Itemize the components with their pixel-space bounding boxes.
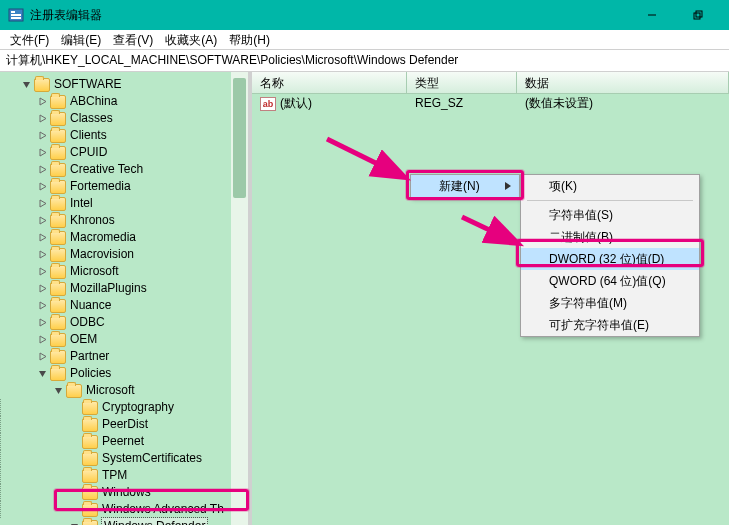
tree-item[interactable]: PeerDist — [6, 416, 248, 433]
chevron-right-icon[interactable] — [36, 96, 48, 108]
tree-item[interactable]: Fortemedia — [6, 178, 248, 195]
tree-item[interactable]: Clients — [6, 127, 248, 144]
context-submenu[interactable]: 项(K)字符串值(S)二进制值(B)DWORD (32 位)值(D)QWORD … — [520, 174, 700, 337]
address-path: 计算机\HKEY_LOCAL_MACHINE\SOFTWARE\Policies… — [6, 52, 458, 69]
list-row[interactable]: ab(默认) REG_SZ (数值未设置) — [252, 94, 729, 112]
tree-item-microsoft[interactable]: Microsoft — [6, 382, 248, 399]
value-name: (默认) — [280, 96, 312, 110]
menu-item[interactable]: 二进制值(B) — [521, 226, 699, 248]
tree-scrollbar[interactable] — [231, 72, 248, 525]
tree-item-windows-defender[interactable]: Windows Defender — [6, 518, 248, 525]
folder-icon — [50, 316, 66, 330]
tree-item[interactable]: Windows — [6, 484, 248, 501]
tree-item[interactable]: Creative Tech — [6, 161, 248, 178]
chevron-right-icon[interactable] — [36, 164, 48, 176]
chevron-right-icon[interactable] — [36, 215, 48, 227]
folder-icon — [50, 231, 66, 245]
chevron-down-icon[interactable] — [52, 385, 64, 397]
tree-label: Partner — [70, 348, 109, 365]
spacer — [68, 402, 80, 414]
menu-item-new[interactable]: 新建(N) — [411, 175, 519, 197]
chevron-down-icon[interactable] — [36, 368, 48, 380]
col-type[interactable]: 类型 — [407, 72, 517, 93]
menu-item[interactable]: 项(K) — [521, 175, 699, 197]
tree-item[interactable]: Classes — [6, 110, 248, 127]
list-body[interactable]: ab(默认) REG_SZ (数值未设置) — [252, 94, 729, 112]
menu-view[interactable]: 查看(V) — [107, 30, 159, 50]
folder-icon — [50, 146, 66, 160]
context-menu[interactable]: 新建(N) — [410, 174, 520, 198]
tree-item[interactable]: Microsoft — [6, 263, 248, 280]
spacer — [68, 504, 80, 516]
tree-label: Policies — [70, 365, 111, 382]
chevron-down-icon[interactable] — [68, 521, 80, 526]
chevron-right-icon[interactable] — [36, 249, 48, 261]
tree-item[interactable]: Intel — [6, 195, 248, 212]
cell-name: ab(默认) — [252, 94, 407, 112]
chevron-right-icon[interactable] — [36, 351, 48, 363]
tree-label: ODBC — [70, 314, 105, 331]
list-header: 名称 类型 数据 — [252, 72, 729, 94]
address-bar[interactable]: 计算机\HKEY_LOCAL_MACHINE\SOFTWARE\Policies… — [0, 50, 729, 72]
spacer — [68, 436, 80, 448]
chevron-right-icon[interactable] — [36, 300, 48, 312]
chevron-right-icon[interactable] — [36, 181, 48, 193]
chevron-right-icon[interactable] — [36, 232, 48, 244]
tree-item[interactable]: OEM — [6, 331, 248, 348]
spacer — [68, 470, 80, 482]
menu-item-label: 二进制值(B) — [549, 229, 613, 246]
chevron-down-icon[interactable] — [20, 79, 32, 91]
tree-item[interactable]: ODBC — [6, 314, 248, 331]
string-value-icon: ab — [260, 97, 276, 111]
chevron-right-icon[interactable] — [36, 198, 48, 210]
tree-item-software[interactable]: SOFTWARE — [6, 76, 248, 93]
folder-icon — [50, 265, 66, 279]
folder-icon — [82, 418, 98, 432]
folder-icon — [50, 214, 66, 228]
tree-label: SystemCertificates — [102, 450, 202, 467]
menu-favorites[interactable]: 收藏夹(A) — [159, 30, 223, 50]
tree-label: Creative Tech — [70, 161, 143, 178]
chevron-right-icon[interactable] — [36, 266, 48, 278]
tree-item[interactable]: TPM — [6, 467, 248, 484]
chevron-right-icon[interactable] — [36, 317, 48, 329]
menu-file[interactable]: 文件(F) — [4, 30, 55, 50]
tree-item[interactable]: Khronos — [6, 212, 248, 229]
registry-tree[interactable]: SOFTWARE ABChinaClassesClientsCPUIDCreat… — [0, 72, 248, 525]
menu-item[interactable]: 多字符串值(M) — [521, 292, 699, 314]
menu-item[interactable]: QWORD (64 位)值(Q) — [521, 270, 699, 292]
tree-item[interactable]: Cryptography — [6, 399, 248, 416]
minimize-button[interactable] — [629, 0, 675, 30]
tree-label: Peernet — [102, 433, 144, 450]
chevron-right-icon[interactable] — [36, 334, 48, 346]
menu-item[interactable]: 字符串值(S) — [521, 204, 699, 226]
tree-label: Windows Advanced Th — [102, 501, 224, 518]
tree-item[interactable]: Macromedia — [6, 229, 248, 246]
tree-item[interactable]: Windows Advanced Th — [6, 501, 248, 518]
col-data[interactable]: 数据 — [517, 72, 729, 93]
chevron-right-icon[interactable] — [36, 113, 48, 125]
tree-item[interactable]: Nuance — [6, 297, 248, 314]
menu-help[interactable]: 帮助(H) — [223, 30, 276, 50]
menu-item-label: 字符串值(S) — [549, 207, 613, 224]
tree-item[interactable]: Macrovision — [6, 246, 248, 263]
chevron-right-icon[interactable] — [36, 130, 48, 142]
tree-item[interactable]: MozillaPlugins — [6, 280, 248, 297]
tree-item[interactable]: Partner — [6, 348, 248, 365]
scrollbar-thumb[interactable] — [233, 78, 246, 198]
chevron-right-icon[interactable] — [36, 147, 48, 159]
svg-rect-3 — [11, 17, 21, 19]
tree-item[interactable]: Peernet — [6, 433, 248, 450]
tree-item-policies[interactable]: Policies — [6, 365, 248, 382]
chevron-right-icon[interactable] — [36, 283, 48, 295]
folder-icon — [82, 469, 98, 483]
col-name[interactable]: 名称 — [252, 72, 407, 93]
folder-icon — [50, 333, 66, 347]
menu-edit[interactable]: 编辑(E) — [55, 30, 107, 50]
tree-item[interactable]: ABChina — [6, 93, 248, 110]
menu-item[interactable]: DWORD (32 位)值(D) — [521, 248, 699, 270]
tree-item[interactable]: SystemCertificates — [6, 450, 248, 467]
tree-item[interactable]: CPUID — [6, 144, 248, 161]
menu-item[interactable]: 可扩充字符串值(E) — [521, 314, 699, 336]
restore-button[interactable] — [675, 0, 721, 30]
